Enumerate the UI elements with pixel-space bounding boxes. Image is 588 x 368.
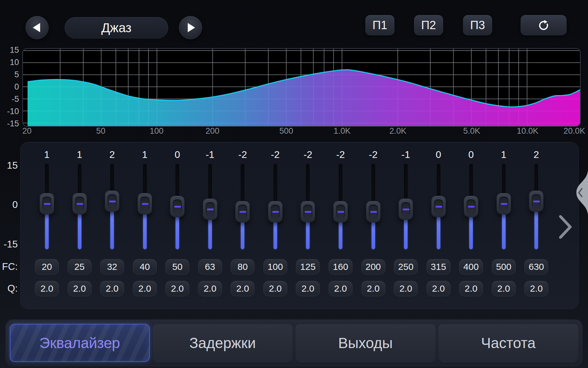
slider-thumb[interactable] [203,198,217,220]
y-axis-tick: 15 [0,45,19,55]
band-fc-chip[interactable]: 40 [133,259,157,274]
slider-thumb-dash-icon [174,206,181,208]
band-q-chip[interactable]: 2.0 [394,281,418,296]
band-q-chip[interactable]: 2.0 [427,281,450,296]
slider-thumb[interactable] [366,201,381,222]
band-gain-slider[interactable] [63,161,96,253]
x-axis-tick: 50 [96,126,105,136]
band-gain-slider[interactable] [324,161,357,253]
band-q-chip[interactable]: 2.0 [524,281,548,296]
band-gain-slider[interactable] [292,161,324,253]
band-q-chip[interactable]: 2.0 [133,281,157,296]
slider-thumb[interactable] [72,193,87,214]
band-fc-chip[interactable]: 315 [427,259,450,274]
band-fc-chip[interactable]: 400 [459,259,483,274]
band-gain-slider[interactable] [194,161,226,253]
band-gain-slider[interactable] [129,161,161,253]
band-gain-slider[interactable] [259,161,292,253]
slider-thumb[interactable] [138,193,152,214]
prev-preset-button[interactable] [25,16,49,39]
band-q-chip[interactable]: 2.0 [459,281,483,296]
band-gain-slider[interactable] [390,161,422,253]
slider-thumb-dash-icon [337,211,344,213]
slider-thumb[interactable] [333,201,348,222]
band-gain-slider[interactable] [31,161,63,253]
band-fc-chip[interactable]: 100 [263,259,287,274]
band-q-chip[interactable]: 2.0 [361,281,385,296]
band-fc-chip[interactable]: 630 [524,259,548,274]
band-gain-slider[interactable] [96,161,128,253]
band-fc-chip[interactable]: 50 [165,259,189,274]
band-fc-chip[interactable]: 250 [394,259,418,274]
band-q-chip[interactable]: 2.0 [492,281,516,296]
band-gain-slider[interactable] [357,161,390,253]
slider-thumb[interactable] [496,193,511,214]
eq-band-column: -2802.0 [226,142,259,309]
band-gain-value: -1 [194,149,226,160]
eq-band-column: 04002.0 [455,142,487,309]
slider-thumb[interactable] [464,196,478,217]
band-q-chip[interactable]: 2.0 [329,281,352,296]
memory-button-p3[interactable]: П3 [463,15,492,35]
band-fc-chip[interactable]: 32 [100,259,124,274]
band-gain-value: 1 [31,149,63,160]
band-q-chip[interactable]: 2.0 [198,281,222,296]
band-gain-slider[interactable] [226,161,259,253]
memory-button-p1[interactable]: П1 [365,15,394,35]
slider-thumb[interactable] [170,196,185,217]
slider-thumb-dash-icon [468,206,475,208]
slider-thumb[interactable] [40,193,54,214]
band-fc-chip[interactable]: 80 [231,259,254,274]
tab-outputs[interactable]: Выходы [296,324,435,362]
next-preset-button[interactable] [179,16,202,39]
memory-button-p2[interactable]: П2 [414,15,443,35]
band-fc-chip[interactable]: 200 [361,259,385,274]
band-fc-chip[interactable]: 160 [329,259,352,274]
band-q-chip[interactable]: 2.0 [165,281,189,296]
preset-name: Джаз [101,21,132,35]
x-axis-tick: 20 [22,126,32,136]
eq-band-column: 0502.0 [161,142,194,309]
band-gain-slider[interactable] [455,161,487,253]
slider-thumb[interactable] [300,201,315,222]
band-fc-chip[interactable]: 125 [296,259,320,274]
band-fc-chip[interactable]: 25 [68,259,92,274]
band-gain-value: -2 [357,149,390,160]
band-q-chip[interactable]: 2.0 [263,281,287,296]
band-fc-chip[interactable]: 63 [198,259,222,274]
preset-selector[interactable]: Джаз [65,17,168,38]
collapse-tab[interactable] [571,170,588,216]
band-gain-slider[interactable] [488,161,520,253]
band-q-chip[interactable]: 2.0 [68,281,92,296]
eq-band-column: 15002.0 [488,142,520,309]
slider-thumb[interactable] [398,198,413,220]
band-gain-value: -2 [324,149,357,160]
slider-thumb[interactable] [431,196,446,217]
slider-thumb[interactable] [235,201,250,222]
band-gain-slider[interactable] [161,161,194,253]
band-q-chip[interactable]: 2.0 [100,281,124,296]
x-axis-tick: 20.0K [564,126,585,136]
band-q-chip[interactable]: 2.0 [296,281,320,296]
eq-bands-panel: 1202.01252.02322.01402.00502.0-1632.0-28… [20,142,579,309]
band-gain-value: -2 [226,149,259,160]
band-fc-chip[interactable]: 500 [492,259,516,274]
slider-thumb[interactable] [105,190,119,212]
y-axis-tick: 5 [0,70,19,79]
tab-frequency[interactable]: Частота [439,324,579,362]
slider-thumb[interactable] [529,190,544,212]
eq-band-column: -12502.0 [390,142,422,309]
bottom-tab-bar: ЭквалайзерЗадержкиВыходыЧастота [6,320,582,366]
eq-curve-area [28,70,580,126]
slider-thumb[interactable] [268,201,283,222]
more-bands-button[interactable] [557,214,573,240]
reset-button[interactable] [521,15,567,35]
tab-delays[interactable]: Задержки [153,324,293,362]
y-axis-tick: 10 [0,57,19,67]
band-fc-chip[interactable]: 20 [35,259,59,274]
band-gain-slider[interactable] [520,161,552,253]
tab-equalizer[interactable]: Эквалайзер [10,324,150,362]
band-q-chip[interactable]: 2.0 [231,281,254,296]
band-gain-slider[interactable] [422,161,455,253]
band-q-chip[interactable]: 2.0 [35,281,59,296]
